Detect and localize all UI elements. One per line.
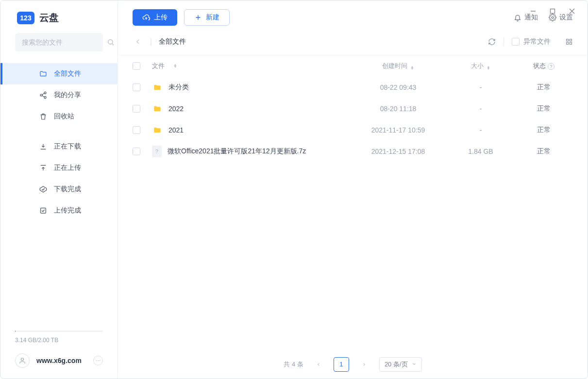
col-header-status: 状态?: [515, 62, 573, 70]
svg-point-4: [108, 40, 113, 44]
logo-text: 云盘: [39, 11, 59, 24]
sidebar-item-all-files[interactable]: 全部文件: [0, 63, 118, 84]
svg-point-13: [21, 358, 23, 361]
plus-icon: [194, 14, 202, 21]
breadcrumb-back[interactable]: [133, 36, 143, 47]
svg-rect-12: [41, 208, 46, 214]
row-checkbox[interactable]: [133, 83, 140, 91]
logo-badge-icon: 123: [17, 12, 34, 24]
sidebar-item-trash[interactable]: 回收站: [0, 106, 118, 127]
folder-icon: [39, 70, 47, 78]
select-all-checkbox[interactable]: [133, 62, 140, 70]
svg-marker-11: [40, 186, 46, 192]
row-checkbox[interactable]: [133, 126, 140, 134]
file-status: 正常: [515, 83, 573, 92]
table-row[interactable]: 20212021-11-17 10:59-正常: [118, 119, 588, 141]
window-close[interactable]: [562, 4, 582, 18]
chevron-down-icon: [412, 361, 417, 368]
username: www.x6g.com: [36, 357, 93, 364]
col-header-name[interactable]: 文件▲▼: [152, 62, 350, 70]
svg-rect-19: [567, 42, 569, 44]
file-time: 2021-11-17 10:59: [350, 126, 447, 134]
more-icon[interactable]: ⋯: [93, 356, 103, 365]
table-row[interactable]: ?微软Office2021批量许可版21年12月更新版.7z2021-12-15…: [118, 141, 588, 162]
pagination: 共 4 条 1 20 条/页: [118, 349, 588, 379]
sidebar-item-uploading[interactable]: 正在上传: [0, 157, 118, 179]
svg-rect-18: [570, 39, 571, 41]
checkbox-icon[interactable]: [512, 38, 520, 46]
file-status: 正常: [515, 104, 573, 113]
download-icon: [39, 143, 47, 150]
file-time: 08-22 09:43: [350, 83, 447, 91]
bell-icon: [514, 14, 521, 21]
file-size: -: [447, 126, 515, 134]
search-box[interactable]: [15, 33, 103, 51]
abnormal-filter[interactable]: 异常文件: [512, 37, 551, 46]
file-size: -: [447, 83, 515, 91]
svg-line-10: [42, 96, 45, 97]
file-name: 微软Office2021批量许可版21年12月更新版.7z: [168, 147, 306, 156]
page-next[interactable]: [357, 357, 371, 372]
trash-icon: [39, 113, 47, 120]
svg-rect-20: [570, 42, 571, 44]
sidebar-item-my-share[interactable]: 我的分享: [0, 84, 118, 106]
file-size: 1.84 GB: [447, 148, 515, 155]
app-logo: 123 云盘: [0, 0, 118, 33]
svg-point-8: [44, 97, 46, 99]
window-minimize[interactable]: [523, 4, 543, 18]
sidebar-item-upload-done[interactable]: 上传完成: [0, 200, 118, 221]
page-prev[interactable]: [311, 357, 326, 372]
avatar[interactable]: [15, 353, 30, 368]
storage-usage: 3.14 GB/2.00 TB: [15, 330, 103, 344]
file-time: 2021-12-15 17:08: [350, 148, 447, 155]
svg-point-6: [44, 92, 46, 94]
file-name: 2021: [168, 126, 184, 134]
table-row[interactable]: 202208-20 11:18-正常: [118, 98, 588, 119]
sidebar-item-downloading[interactable]: 正在下载: [0, 136, 118, 157]
create-button[interactable]: 新建: [184, 9, 230, 26]
file-size: -: [447, 105, 515, 113]
row-checkbox[interactable]: [133, 148, 140, 155]
upload-done-icon: [39, 207, 47, 214]
sidebar-item-download-done[interactable]: 下载完成: [0, 179, 118, 200]
svg-rect-1: [551, 9, 555, 14]
share-icon: [39, 91, 47, 99]
svg-point-7: [40, 94, 42, 96]
svg-rect-17: [567, 39, 569, 41]
refresh-button[interactable]: [488, 38, 496, 46]
file-status: 正常: [515, 147, 573, 156]
col-header-size[interactable]: 大小▲▼: [447, 62, 515, 70]
svg-line-9: [42, 93, 45, 95]
file-name: 2022: [168, 105, 184, 113]
storage-text: 3.14 GB/2.00 TB: [15, 337, 103, 344]
help-icon[interactable]: ?: [548, 63, 554, 70]
file-time: 08-20 11:18: [350, 105, 447, 113]
table-header: 文件▲▼ 创建时间▲▼ 大小▲▼ 状态?: [118, 55, 588, 77]
upload-cloud-icon: [142, 14, 150, 21]
page-size-select[interactable]: 20 条/页: [379, 357, 422, 372]
breadcrumb-current[interactable]: 全部文件: [159, 37, 186, 46]
page-total: 共 4 条: [284, 360, 303, 369]
page-current[interactable]: 1: [334, 357, 349, 372]
upload-button[interactable]: 上传: [133, 9, 177, 26]
search-icon: [107, 38, 115, 46]
row-checkbox[interactable]: [133, 105, 140, 113]
check-icon: [39, 185, 47, 193]
col-header-time[interactable]: 创建时间▲▼: [350, 62, 447, 70]
window-maximize[interactable]: [543, 4, 562, 18]
view-grid-button[interactable]: [565, 38, 573, 46]
file-status: 正常: [515, 126, 573, 134]
svg-line-5: [112, 44, 114, 45]
search-input[interactable]: [22, 38, 107, 46]
upload-icon: [39, 164, 47, 172]
file-name: 未分类: [168, 83, 189, 92]
table-row[interactable]: 未分类08-22 09:43-正常: [118, 77, 588, 98]
